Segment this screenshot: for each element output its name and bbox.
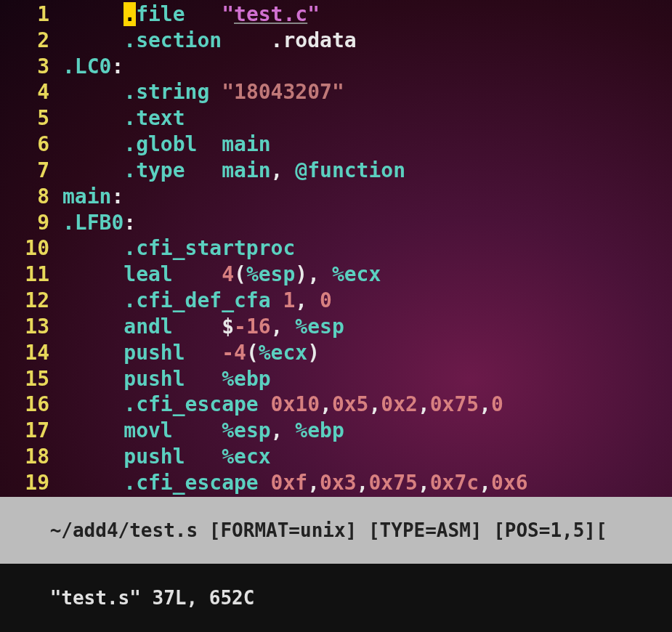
line-number: 8	[6, 184, 62, 210]
code-line[interactable]: 13 andl $-16, %esp	[0, 314, 672, 340]
line-number: 1	[6, 1, 62, 28]
code-line[interactable]: 10 .cfi_startproc	[0, 235, 672, 262]
code-content: pushl -4(%ecx)	[62, 340, 672, 366]
line-number: 16	[6, 392, 62, 418]
code-line[interactable]: 11 leal 4(%esp), %ecx	[0, 262, 672, 288]
code-content: .cfi_escape 0xf,0x3,0x75,0x7c,0x6	[62, 470, 672, 496]
status-bar: ~/add4/test.s [FORMAT=unix] [TYPE=ASM] […	[0, 497, 672, 564]
code-content: movl %esp, %ebp	[62, 418, 672, 444]
code-content: .LC0:	[62, 54, 672, 80]
line-number: 4	[6, 79, 62, 105]
code-content: .cfi_startproc	[62, 235, 672, 262]
code-line[interactable]: 12 .cfi_def_cfa 1, 0	[0, 288, 672, 314]
line-number: 19	[6, 470, 62, 496]
code-content: leal 4(%esp), %ecx	[62, 262, 672, 288]
code-content: .file "test.c"	[62, 1, 672, 28]
code-content: andl $-16, %esp	[62, 314, 672, 340]
code-line[interactable]: 17 movl %esp, %ebp	[0, 418, 672, 444]
code-content: .cfi_escape 0x10,0x5,0x2,0x75,0	[62, 392, 672, 418]
code-content: .text	[62, 105, 672, 131]
code-content: .LFB0:	[62, 210, 672, 236]
line-number: 12	[6, 288, 62, 314]
line-number: 6	[6, 131, 62, 158]
code-content: .type main, @function	[62, 158, 672, 184]
code-line[interactable]: 19 .cfi_escape 0xf,0x3,0x75,0x7c,0x6	[0, 470, 672, 496]
code-content: pushl %ecx	[62, 444, 672, 470]
line-number: 7	[6, 158, 62, 184]
code-content: .string "18043207"	[62, 79, 672, 105]
line-number: 14	[6, 340, 62, 366]
code-content: pushl %ebp	[62, 366, 672, 392]
code-area[interactable]: 1 .file "test.c"2 .section .rodata3.LC0:…	[0, 0, 672, 497]
code-content: main:	[62, 184, 672, 210]
status-format: [FORMAT=unix]	[209, 519, 357, 541]
code-line[interactable]: 18 pushl %ecx	[0, 444, 672, 470]
editor-window: 1 .file "test.c"2 .section .rodata3.LC0:…	[0, 0, 672, 632]
code-content: .section .rodata	[62, 28, 672, 54]
code-line[interactable]: 6 .globl main	[0, 131, 672, 158]
code-line[interactable]: 14 pushl -4(%ecx)	[0, 340, 672, 366]
status-type: [TYPE=ASM]	[368, 519, 482, 541]
line-number: 5	[6, 105, 62, 131]
line-number: 9	[6, 210, 62, 236]
line-number: 3	[6, 54, 62, 80]
line-number: 18	[6, 444, 62, 470]
code-line[interactable]: 3.LC0:	[0, 54, 672, 80]
line-number: 11	[6, 262, 62, 288]
status-pos: [POS=1,5][	[493, 519, 607, 541]
line-number: 2	[6, 28, 62, 54]
code-line[interactable]: 16 .cfi_escape 0x10,0x5,0x2,0x75,0	[0, 392, 672, 418]
code-line[interactable]: 2 .section .rodata	[0, 28, 672, 54]
code-line[interactable]: 5 .text	[0, 105, 672, 131]
code-content: .cfi_def_cfa 1, 0	[62, 288, 672, 314]
code-line[interactable]: 4 .string "18043207"	[0, 79, 672, 105]
line-number: 13	[6, 314, 62, 340]
cmdline-text: "test.s" 37L, 652C	[50, 587, 255, 609]
line-number: 15	[6, 366, 62, 392]
line-number: 17	[6, 418, 62, 444]
code-line[interactable]: 15 pushl %ebp	[0, 366, 672, 392]
line-number: 10	[6, 235, 62, 262]
code-line[interactable]: 7 .type main, @function	[0, 158, 672, 184]
code-content: .globl main	[62, 131, 672, 158]
code-line[interactable]: 9.LFB0:	[0, 210, 672, 236]
code-line[interactable]: 1 .file "test.c"	[0, 1, 672, 28]
command-line[interactable]: "test.s" 37L, 652C	[0, 564, 672, 632]
code-line[interactable]: 8main:	[0, 184, 672, 210]
status-path: ~/add4/test.s	[50, 519, 198, 541]
